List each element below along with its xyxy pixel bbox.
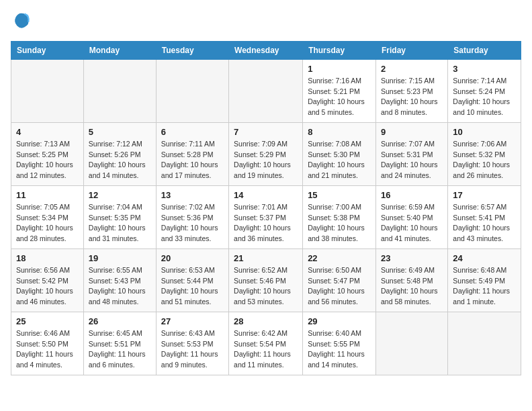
calendar-cell: 4Sunrise: 7:13 AMSunset: 5:25 PMDaylight…: [11, 122, 84, 185]
calendar-cell: 10Sunrise: 7:06 AMSunset: 5:32 PMDayligh…: [448, 122, 521, 185]
calendar-cell: [11, 59, 84, 122]
calendar-cell: 6Sunrise: 7:11 AMSunset: 5:28 PMDaylight…: [156, 122, 228, 185]
day-number: 17: [453, 190, 516, 200]
calendar-cell: 14Sunrise: 7:01 AMSunset: 5:37 PMDayligh…: [229, 185, 303, 248]
day-detail: Sunrise: 7:06 AMSunset: 5:32 PMDaylight:…: [453, 139, 516, 181]
day-number: 4: [16, 127, 79, 137]
calendar-cell: 3Sunrise: 7:14 AMSunset: 5:24 PMDaylight…: [448, 59, 521, 122]
logo-text: [11, 11, 31, 33]
calendar-cell: 15Sunrise: 7:00 AMSunset: 5:38 PMDayligh…: [303, 185, 376, 248]
calendar-table: SundayMondayTuesdayWednesdayThursdayFrid…: [11, 41, 521, 375]
day-detail: Sunrise: 6:42 AMSunset: 5:54 PMDaylight:…: [234, 328, 298, 371]
calendar-cell: 22Sunrise: 6:50 AMSunset: 5:47 PMDayligh…: [303, 248, 376, 312]
day-number: 16: [381, 190, 443, 200]
day-detail: Sunrise: 7:02 AMSunset: 5:36 PMDaylight:…: [161, 202, 224, 244]
day-number: 6: [161, 127, 224, 137]
day-number: 12: [89, 190, 151, 200]
calendar-cell: 18Sunrise: 6:56 AMSunset: 5:42 PMDayligh…: [11, 248, 84, 312]
day-detail: Sunrise: 6:57 AMSunset: 5:41 PMDaylight:…: [453, 202, 516, 244]
day-number: 7: [234, 127, 298, 137]
header-row: SundayMondayTuesdayWednesdayThursdayFrid…: [11, 41, 521, 59]
day-header-monday: Monday: [83, 41, 156, 59]
calendar-cell: 11Sunrise: 7:05 AMSunset: 5:34 PMDayligh…: [11, 185, 84, 248]
calendar-cell: [229, 59, 303, 122]
day-detail: Sunrise: 6:45 AMSunset: 5:51 PMDaylight:…: [89, 328, 151, 371]
calendar-cell: 19Sunrise: 6:55 AMSunset: 5:43 PMDayligh…: [83, 248, 156, 312]
calendar-cell: 9Sunrise: 7:07 AMSunset: 5:31 PMDaylight…: [375, 122, 447, 185]
day-detail: Sunrise: 7:07 AMSunset: 5:31 PMDaylight:…: [381, 139, 443, 181]
calendar-cell: 1Sunrise: 7:16 AMSunset: 5:21 PMDaylight…: [303, 59, 376, 122]
calendar-cell: 13Sunrise: 7:02 AMSunset: 5:36 PMDayligh…: [156, 185, 228, 248]
logo-icon: [12, 11, 31, 30]
calendar-cell: 21Sunrise: 6:52 AMSunset: 5:46 PMDayligh…: [229, 248, 303, 312]
calendar-cell: 27Sunrise: 6:43 AMSunset: 5:53 PMDayligh…: [156, 312, 228, 375]
day-detail: Sunrise: 6:52 AMSunset: 5:46 PMDaylight:…: [234, 265, 298, 308]
day-detail: Sunrise: 7:05 AMSunset: 5:34 PMDaylight:…: [16, 202, 79, 244]
day-header-thursday: Thursday: [303, 41, 376, 59]
week-row-1: 4Sunrise: 7:13 AMSunset: 5:25 PMDaylight…: [11, 122, 521, 185]
day-detail: Sunrise: 7:16 AMSunset: 5:21 PMDaylight:…: [308, 76, 371, 118]
calendar-cell: 20Sunrise: 6:53 AMSunset: 5:44 PMDayligh…: [156, 248, 228, 312]
calendar-cell: 8Sunrise: 7:08 AMSunset: 5:30 PMDaylight…: [303, 122, 376, 185]
calendar-cell: [156, 59, 228, 122]
calendar-cell: 2Sunrise: 7:15 AMSunset: 5:23 PMDaylight…: [375, 59, 447, 122]
day-detail: Sunrise: 7:11 AMSunset: 5:28 PMDaylight:…: [161, 139, 224, 181]
week-row-0: 1Sunrise: 7:16 AMSunset: 5:21 PMDaylight…: [11, 59, 521, 122]
day-number: 26: [89, 316, 151, 326]
calendar-cell: 12Sunrise: 7:04 AMSunset: 5:35 PMDayligh…: [83, 185, 156, 248]
day-detail: Sunrise: 7:15 AMSunset: 5:23 PMDaylight:…: [381, 76, 443, 118]
day-number: 29: [308, 316, 371, 326]
calendar-cell: 24Sunrise: 6:48 AMSunset: 5:49 PMDayligh…: [448, 248, 521, 312]
week-row-3: 18Sunrise: 6:56 AMSunset: 5:42 PMDayligh…: [11, 248, 521, 312]
day-number: 5: [89, 127, 151, 137]
day-detail: Sunrise: 7:04 AMSunset: 5:35 PMDaylight:…: [89, 202, 151, 244]
day-detail: Sunrise: 6:49 AMSunset: 5:48 PMDaylight:…: [381, 265, 443, 308]
day-number: 1: [308, 64, 371, 74]
day-detail: Sunrise: 7:09 AMSunset: 5:29 PMDaylight:…: [234, 139, 298, 181]
day-number: 8: [308, 127, 371, 137]
calendar-cell: 28Sunrise: 6:42 AMSunset: 5:54 PMDayligh…: [229, 312, 303, 375]
calendar-cell: 5Sunrise: 7:12 AMSunset: 5:26 PMDaylight…: [83, 122, 156, 185]
day-detail: Sunrise: 7:13 AMSunset: 5:25 PMDaylight:…: [16, 139, 79, 181]
day-number: 23: [381, 253, 443, 263]
day-detail: Sunrise: 7:14 AMSunset: 5:24 PMDaylight:…: [453, 76, 516, 118]
day-detail: Sunrise: 7:12 AMSunset: 5:26 PMDaylight:…: [89, 139, 151, 181]
calendar-cell: 26Sunrise: 6:45 AMSunset: 5:51 PMDayligh…: [83, 312, 156, 375]
day-detail: Sunrise: 6:46 AMSunset: 5:50 PMDaylight:…: [16, 328, 79, 371]
day-header-friday: Friday: [375, 41, 447, 59]
day-number: 25: [16, 316, 79, 326]
calendar-cell: [375, 312, 447, 375]
day-header-saturday: Saturday: [448, 41, 521, 59]
day-number: 19: [89, 253, 151, 263]
day-detail: Sunrise: 6:59 AMSunset: 5:40 PMDaylight:…: [381, 202, 443, 244]
calendar-cell: [83, 59, 156, 122]
day-number: 13: [161, 190, 224, 200]
logo: [11, 11, 31, 33]
day-detail: Sunrise: 6:50 AMSunset: 5:47 PMDaylight:…: [308, 265, 371, 308]
week-row-4: 25Sunrise: 6:46 AMSunset: 5:50 PMDayligh…: [11, 312, 521, 375]
day-detail: Sunrise: 6:53 AMSunset: 5:44 PMDaylight:…: [161, 265, 224, 308]
day-detail: Sunrise: 7:00 AMSunset: 5:38 PMDaylight:…: [308, 202, 371, 244]
day-number: 15: [308, 190, 371, 200]
day-header-sunday: Sunday: [11, 41, 84, 59]
day-number: 21: [234, 253, 298, 263]
day-header-tuesday: Tuesday: [156, 41, 228, 59]
calendar-cell: 23Sunrise: 6:49 AMSunset: 5:48 PMDayligh…: [375, 248, 447, 312]
day-number: 24: [453, 253, 516, 263]
day-number: 20: [161, 253, 224, 263]
calendar-cell: 29Sunrise: 6:40 AMSunset: 5:55 PMDayligh…: [303, 312, 376, 375]
calendar-cell: 25Sunrise: 6:46 AMSunset: 5:50 PMDayligh…: [11, 312, 84, 375]
day-detail: Sunrise: 6:55 AMSunset: 5:43 PMDaylight:…: [89, 265, 151, 308]
day-number: 28: [234, 316, 298, 326]
calendar-cell: 16Sunrise: 6:59 AMSunset: 5:40 PMDayligh…: [375, 185, 447, 248]
day-number: 10: [453, 127, 516, 137]
day-number: 2: [381, 64, 443, 74]
day-number: 3: [453, 64, 516, 74]
day-number: 27: [161, 316, 224, 326]
day-detail: Sunrise: 6:43 AMSunset: 5:53 PMDaylight:…: [161, 328, 224, 371]
day-number: 22: [308, 253, 371, 263]
calendar-cell: 17Sunrise: 6:57 AMSunset: 5:41 PMDayligh…: [448, 185, 521, 248]
day-number: 9: [381, 127, 443, 137]
day-number: 14: [234, 190, 298, 200]
day-number: 18: [16, 253, 79, 263]
